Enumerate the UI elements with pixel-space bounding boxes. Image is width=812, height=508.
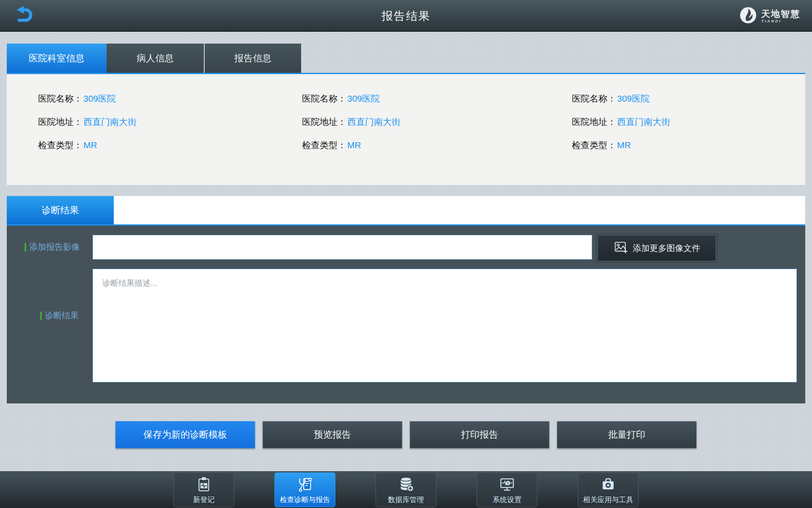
field-value: 309医院	[617, 94, 650, 103]
stethoscope-report-icon	[296, 475, 314, 493]
hospital-name-row: 医院名称：309医院	[38, 93, 272, 105]
brand-logo: 天地智慧 TIANDI	[739, 6, 800, 26]
hospital-info-panel: 医院名称：309医院 医院地址：西直门南大街 检查类型：MR 医院名称：309医…	[7, 73, 805, 185]
add-more-images-label: 添加更多图像文件	[633, 243, 700, 254]
hospital-name-row: 医院名称：309医院	[572, 93, 805, 105]
green-marker	[40, 312, 42, 320]
field-value: MR	[617, 140, 631, 150]
field-label: 检查类型：	[38, 140, 82, 150]
green-marker	[25, 243, 26, 251]
nav-label: 系统设置	[493, 495, 521, 505]
nav-related-apps-tools[interactable]: 相关应用与工具	[578, 472, 639, 507]
diagnosis-result-textarea[interactable]	[93, 269, 797, 382]
nav-system-settings[interactable]: 系统设置	[477, 472, 538, 507]
hospital-name-row: 医院名称：309医院	[302, 93, 535, 105]
batch-print-button[interactable]: 批量打印	[557, 421, 697, 448]
hospital-address-row: 医院地址：西直门南大街	[572, 116, 805, 128]
tab-report-info[interactable]: 报告信息	[204, 44, 301, 73]
print-report-button[interactable]: 打印报告	[410, 421, 549, 448]
logo-name: 天地智慧	[761, 9, 800, 18]
monitor-settings-icon	[498, 475, 516, 493]
tab-diagnosis-result[interactable]: 诊断结果	[7, 196, 114, 224]
exam-type-row: 检查类型：MR	[572, 139, 805, 151]
field-value: MR	[347, 140, 361, 150]
hospital-address-row: 医院地址：西直门南大街	[302, 116, 535, 128]
add-more-images-button[interactable]: 添加更多图像文件	[598, 235, 716, 261]
add-report-image-label: 添加报告影像	[25, 241, 80, 253]
tiandi-logo-icon	[739, 6, 757, 26]
diagnosis-result-label-text: 诊断结果	[45, 310, 79, 321]
field-label: 检查类型：	[572, 140, 616, 150]
report-image-input[interactable]	[93, 235, 592, 260]
field-value: 309医院	[347, 94, 380, 103]
info-column-3: 医院名称：309医院 医院地址：西直门南大街 检查类型：MR	[535, 74, 805, 185]
nav-label: 新登记	[193, 495, 215, 505]
field-value: MR	[83, 140, 97, 150]
exam-type-row: 检查类型：MR	[38, 139, 272, 151]
logo-subname: TIANDI	[761, 19, 800, 23]
hospital-address-row: 医院地址：西直门南大街	[38, 116, 272, 128]
tab-patient-info[interactable]: 病人信息	[107, 44, 204, 73]
header-bar: 报告结果 天地智慧 TIANDI	[0, 0, 812, 32]
nav-exam-diagnosis-report[interactable]: 检查诊断与报告	[274, 472, 335, 507]
bottom-navbar: 新登记 检查诊断与报告	[0, 471, 812, 508]
database-icon	[397, 475, 415, 493]
field-label: 医院名称：	[38, 94, 82, 103]
field-value: 309医院	[83, 94, 116, 103]
nav-label: 数据库管理	[388, 495, 424, 505]
preview-report-button[interactable]: 预览报告	[263, 421, 402, 448]
toolbox-icon	[599, 475, 617, 493]
field-label: 医院名称：	[572, 94, 616, 103]
exam-type-row: 检查类型：MR	[302, 139, 535, 151]
action-button-row: 保存为新的诊断模板 预览报告 打印报告 批量打印	[0, 421, 812, 448]
nav-database-management[interactable]: 数据库管理	[376, 472, 436, 507]
page-title: 报告结果	[0, 0, 812, 32]
field-label: 医院名称：	[302, 94, 346, 103]
logo-text-block: 天地智慧 TIANDI	[761, 9, 800, 23]
field-label: 医院地址：	[38, 117, 82, 127]
add-report-image-label-text: 添加报告影像	[29, 241, 80, 253]
tab-hospital-dept-info[interactable]: 医院科室信息	[7, 44, 107, 73]
field-value: 西直门南大街	[83, 117, 137, 127]
save-as-template-button[interactable]: 保存为新的诊断模板	[115, 421, 255, 448]
clipboard-icon	[195, 475, 213, 493]
info-column-1: 医院名称：309医院 医院地址：西直门南大街 检查类型：MR	[7, 74, 272, 185]
diagnosis-form-panel: 添加报告影像 添加更多图像文件 诊断结果	[7, 226, 805, 403]
field-label: 检查类型：	[302, 140, 346, 150]
field-value: 西直门南大街	[617, 117, 670, 127]
field-value: 西直门南大街	[347, 117, 401, 127]
nav-label: 相关应用与工具	[583, 495, 634, 505]
diagnosis-tab-strip: 诊断结果	[7, 196, 805, 226]
nav-new-registration[interactable]: 新登记	[173, 472, 234, 507]
info-column-2: 医院名称：309医院 医院地址：西直门南大街 检查类型：MR	[272, 74, 535, 185]
report-result-screen: 报告结果 天地智慧 TIANDI 医院科室信息 病人信息 报告信息 医院名称：3…	[0, 0, 812, 508]
image-add-icon	[613, 240, 628, 257]
nav-label: 检查诊断与报告	[280, 495, 330, 505]
field-label: 医院地址：	[572, 117, 616, 127]
diagnosis-result-label: 诊断结果	[40, 310, 79, 321]
info-tabs: 医院科室信息 病人信息 报告信息	[7, 44, 301, 73]
field-label: 医院地址：	[302, 117, 346, 127]
